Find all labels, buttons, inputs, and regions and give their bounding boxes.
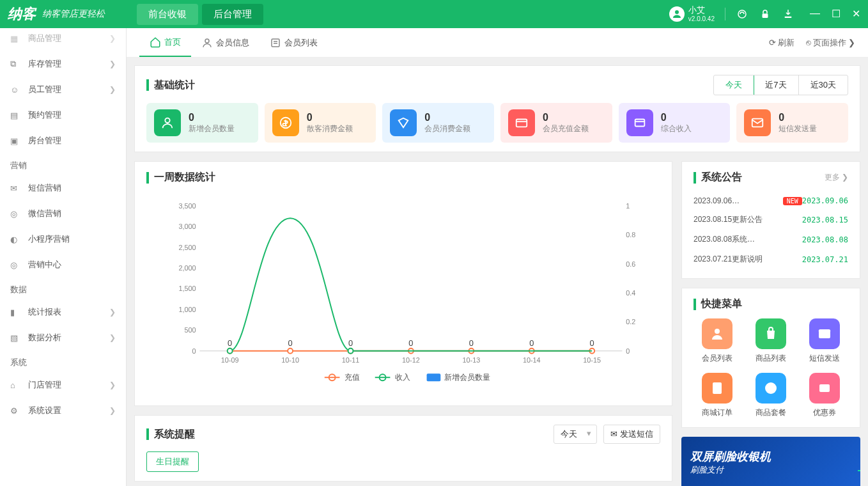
quick-item[interactable]: 商品套餐 — [747, 373, 794, 418]
logo-slogan: 纳客管店更轻松 — [42, 8, 105, 20]
notice-row[interactable]: 2023.08.08系统… 2023.08.08 — [694, 230, 848, 249]
quick-label: 商城订单 — [702, 407, 732, 418]
refresh-button[interactable]: ⟳ 刷新 — [769, 37, 794, 49]
notice-row[interactable]: 2023.07.21更新说明 2023.07.21 — [694, 249, 848, 269]
stat-label: 会员消费金额 — [424, 123, 470, 134]
svg-text:0.2: 0.2 — [626, 318, 635, 325]
svg-text:0: 0 — [192, 347, 196, 355]
range-30d[interactable]: 近30天 — [799, 75, 848, 95]
sidebar-item-report[interactable]: ▮统计报表❯ — [0, 299, 126, 325]
content: 首页 会员信息 会员列表 ⟳ 刷新 ⎋ 页面操作 ❯ 基础统计 今天 近7天 近… — [127, 28, 868, 486]
avatar — [669, 6, 685, 22]
sidebar-item-wechat[interactable]: ◎微信营销 — [0, 201, 126, 226]
sidebar-item-settings[interactable]: ⚙系统设置❯ — [0, 398, 126, 423]
sidebar-item-mktcenter[interactable]: ◎营销中心 — [0, 252, 126, 278]
svg-point-47 — [228, 349, 233, 354]
stat-icon — [390, 109, 417, 136]
separator — [725, 8, 725, 20]
svg-text:10-15: 10-15 — [583, 356, 601, 364]
wechat-icon: ◎ — [10, 209, 22, 219]
range-7d[interactable]: 近7天 — [754, 75, 798, 95]
maximize-icon[interactable]: ☐ — [832, 8, 841, 20]
send-sms-button[interactable]: ✉ 发送短信 — [603, 425, 660, 444]
svg-text:1,500: 1,500 — [178, 285, 196, 292]
chart: 05001,0001,5002,0002,5003,0003,50000.20.… — [146, 192, 660, 396]
svg-text:0: 0 — [408, 338, 413, 348]
svg-text:新增会员数量: 新增会员数量 — [444, 373, 490, 382]
notice-title-text: 2023.09.06… — [694, 196, 779, 205]
app-version: v2.0.0.42 — [688, 15, 715, 22]
svg-text:收入: 收入 — [395, 373, 410, 382]
user-chip[interactable]: 小艾 v2.0.0.42 — [669, 6, 715, 22]
sidebar-item-table[interactable]: ▣房台管理 — [0, 128, 126, 153]
titlebar: 纳客 纳客管店更轻松 前台收银 后台管理 小艾 v2.0.0.42 — ☐ ✕ — [0, 0, 868, 28]
svg-point-6 — [165, 118, 169, 123]
quick-item[interactable]: 商城订单 — [694, 373, 741, 418]
stat-tile: 0短信发送量 — [736, 103, 848, 143]
sidebar-item-sms[interactable]: ✉短信营销 — [0, 175, 126, 201]
svg-text:2,500: 2,500 — [178, 244, 196, 251]
close-icon[interactable]: ✕ — [852, 8, 860, 20]
range-today[interactable]: 今天 — [713, 75, 754, 95]
pageops-button[interactable]: ⎋ 页面操作 ❯ — [806, 37, 855, 49]
svg-point-4 — [205, 39, 209, 43]
svg-text:3,500: 3,500 — [178, 202, 196, 210]
sidebar-item-stock[interactable]: ⧉库存管理❯ — [0, 51, 126, 77]
remind-range-select[interactable]: 今天 — [554, 425, 597, 444]
svg-text:10-09: 10-09 — [221, 356, 239, 364]
notice-title: 系统公告 — [701, 171, 742, 184]
svg-point-57 — [715, 329, 720, 334]
minimize-icon[interactable]: — — [810, 8, 820, 20]
mode-tab-cashier[interactable]: 前台收银 — [137, 4, 198, 25]
notice-row[interactable]: 2023.09.06… NEW 2023.09.06 — [694, 192, 848, 210]
sidebar-item-goods[interactable]: ▦商品管理❯ — [0, 28, 126, 51]
tab-member-info[interactable]: 会员信息 — [191, 29, 260, 56]
stat-tile: 0会员消费金额 — [382, 103, 494, 143]
tab-home[interactable]: 首页 — [139, 29, 191, 57]
sidebar-item-analysis[interactable]: ▧数据分析❯ — [0, 325, 126, 350]
birthday-remind-tab[interactable]: 生日提醒 — [146, 451, 199, 472]
notice-more[interactable]: 更多 ❯ — [825, 172, 848, 183]
quick-title: 快捷菜单 — [701, 297, 742, 311]
quick-item[interactable]: 优惠券 — [801, 373, 848, 418]
svg-rect-55 — [427, 373, 441, 381]
quick-icon — [809, 318, 840, 349]
stat-icon — [154, 109, 181, 136]
chevron-right-icon: ❯ — [109, 333, 116, 342]
stat-icon — [508, 109, 535, 136]
promo-banner[interactable]: 双屏刷脸收银机 刷脸支付 — [681, 437, 860, 486]
scroll-area[interactable]: 基础统计 今天 近7天 近30天 0新增会员数量 0散客消费金额 0会员消费金额… — [127, 58, 868, 486]
promo-line1: 双屏刷脸收银机 — [690, 449, 851, 464]
quick-icon — [756, 318, 786, 349]
quick-item[interactable]: 商品列表 — [747, 318, 794, 364]
mode-tab-admin[interactable]: 后台管理 — [202, 4, 263, 25]
svg-text:充值: 充值 — [345, 373, 360, 382]
quick-item[interactable]: 短信发送 — [801, 318, 848, 364]
stat-label: 会员充值金额 — [543, 123, 589, 134]
support-icon[interactable] — [736, 8, 748, 20]
svg-point-48 — [348, 349, 353, 354]
chevron-right-icon: ❯ — [109, 34, 116, 43]
download-icon[interactable] — [782, 8, 794, 20]
stock-icon: ⧉ — [10, 59, 22, 69]
chart-icon: ▮ — [10, 308, 22, 317]
sidebar-item-booking[interactable]: ▤预约管理 — [0, 102, 126, 128]
stat-icon — [744, 109, 771, 136]
notice-row[interactable]: 2023.08.15更新公告 2023.08.15 — [694, 210, 848, 230]
quick-item[interactable]: 会员列表 — [694, 318, 741, 364]
svg-text:0.8: 0.8 — [626, 231, 635, 239]
sidebar-item-staff[interactable]: ☺员工管理❯ — [0, 77, 126, 102]
sidebar-item-miniapp[interactable]: ◐小程序营销 — [0, 226, 126, 252]
quick-card: 快捷菜单 会员列表 商品列表 短信发送 商城订单 商品套餐 优惠券 — [681, 288, 860, 428]
svg-text:10-12: 10-12 — [402, 356, 420, 364]
gear-icon: ⚙ — [10, 406, 22, 416]
lock-icon[interactable] — [759, 8, 771, 20]
notice-date: 2023.09.06 — [802, 196, 848, 205]
sidebar-category-system: 系统 — [0, 350, 126, 372]
svg-text:10-11: 10-11 — [342, 356, 360, 364]
stat-value: 0 — [424, 112, 470, 123]
chart-svg: 05001,0001,5002,0002,5003,0003,50000.20.… — [174, 192, 641, 396]
svg-text:3,000: 3,000 — [178, 223, 196, 230]
sidebar-item-store[interactable]: ⌂门店管理❯ — [0, 372, 126, 398]
tab-member-list[interactable]: 会员列表 — [260, 29, 328, 56]
